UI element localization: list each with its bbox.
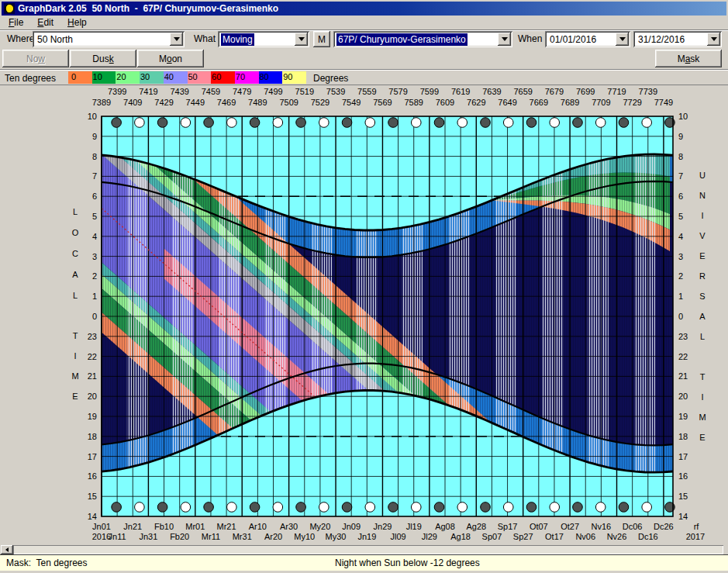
- new-moon-icon: [388, 502, 399, 513]
- svg-text:7469: 7469: [217, 98, 236, 107]
- svg-text:Mr21: Mr21: [217, 522, 236, 531]
- svg-text:7609: 7609: [436, 98, 454, 107]
- svg-text:R: R: [699, 271, 706, 281]
- menu-help[interactable]: Help: [60, 16, 94, 29]
- moon-button[interactable]: Moon: [137, 50, 204, 67]
- horizontal-scrollbar[interactable]: [0, 545, 728, 554]
- object-dropdown-button[interactable]: [498, 33, 511, 46]
- svg-text:14: 14: [678, 512, 688, 521]
- svg-text:M: M: [699, 412, 706, 422]
- svg-text:7719: 7719: [607, 87, 626, 96]
- svg-text:Jn21: Jn21: [123, 522, 142, 531]
- when-label: When: [518, 33, 542, 44]
- menu-file[interactable]: File: [2, 16, 30, 29]
- where-dropdown-button[interactable]: [170, 33, 183, 46]
- full-moon-icon: [273, 502, 283, 513]
- full-moon-icon: [457, 118, 468, 128]
- svg-text:My20: My20: [309, 522, 330, 531]
- degrees-color-scale: 0102030405060708090: [68, 71, 306, 84]
- new-moon-icon: [250, 118, 260, 128]
- what-value: Moving: [221, 33, 254, 46]
- m-button[interactable]: M: [313, 31, 330, 47]
- menu-bar: File Edit Help: [2, 16, 726, 29]
- legend-tick: 60: [212, 72, 221, 81]
- title-bar[interactable]: GraphDark 2.05 50 North - 67P/ Churyumov…: [2, 2, 726, 16]
- legend-tick: 40: [164, 72, 174, 81]
- svg-text:7659: 7659: [513, 87, 532, 96]
- svg-text:7579: 7579: [388, 87, 407, 96]
- mask-button[interactable]: Mask: [655, 50, 722, 67]
- svg-text:Ar10: Ar10: [249, 522, 267, 531]
- where-combobox[interactable]: 50 North: [33, 31, 185, 47]
- date-to-combobox[interactable]: 31/12/2016: [633, 31, 722, 47]
- svg-text:2: 2: [92, 271, 97, 281]
- svg-text:5: 5: [92, 212, 97, 221]
- svg-text:22: 22: [678, 352, 688, 361]
- full-moon-icon: [273, 118, 283, 128]
- svg-text:6: 6: [678, 192, 683, 201]
- now-button[interactable]: Now: [2, 50, 69, 67]
- svg-text:7539: 7539: [326, 87, 345, 96]
- full-moon-icon: [135, 118, 145, 128]
- dusk-button[interactable]: Dusk: [70, 50, 136, 67]
- menu-edit[interactable]: Edit: [30, 16, 60, 29]
- object-value: 67P/ Churyumov-Gerasimenko: [336, 33, 468, 46]
- date-to-dropdown-button[interactable]: [707, 33, 720, 46]
- svg-text:I: I: [701, 392, 703, 402]
- new-moon-icon: [112, 118, 122, 128]
- svg-text:V: V: [699, 231, 706, 240]
- full-moon-icon: [503, 502, 513, 513]
- svg-text:7529: 7529: [311, 98, 329, 107]
- svg-text:Sp07: Sp07: [482, 532, 502, 541]
- svg-text:Ar20: Ar20: [264, 532, 282, 541]
- what-combobox[interactable]: Moving: [218, 31, 309, 47]
- svg-text:19: 19: [678, 412, 688, 421]
- svg-text:7589: 7589: [404, 98, 423, 107]
- svg-text:Jn11: Jn11: [109, 532, 126, 541]
- legend-tick: 70: [236, 72, 245, 81]
- legend-tick: 80: [259, 72, 268, 81]
- date-from-combobox[interactable]: 01/01/2016: [545, 31, 630, 47]
- svg-text:5: 5: [678, 212, 683, 221]
- svg-text:7419: 7419: [139, 87, 157, 96]
- svg-text:L: L: [73, 207, 78, 216]
- what-dropdown-button[interactable]: [295, 33, 308, 46]
- svg-text:7729: 7729: [623, 98, 641, 107]
- full-moon-icon: [411, 118, 421, 128]
- svg-text:L: L: [73, 291, 78, 300]
- full-moon-icon: [181, 118, 191, 128]
- full-moon-icon: [550, 502, 560, 513]
- status-night-text: Night when Sun below -12 degrees: [335, 557, 480, 568]
- date-from-dropdown-button[interactable]: [616, 33, 629, 46]
- new-moon-icon: [526, 118, 537, 128]
- object-combobox[interactable]: 67P/ Churyumov-Gerasimenko: [333, 31, 512, 47]
- svg-text:21: 21: [678, 371, 688, 381]
- svg-text:Nv16: Nv16: [592, 522, 612, 531]
- new-moon-icon: [112, 502, 122, 513]
- new-moon-icon: [250, 502, 260, 513]
- svg-text:7639: 7639: [482, 87, 501, 96]
- svg-text:Sp27: Sp27: [513, 532, 533, 541]
- svg-text:20: 20: [678, 392, 688, 401]
- full-moon-icon: [411, 502, 421, 513]
- scroll-left-button[interactable]: [1, 545, 13, 554]
- new-moon-icon: [434, 118, 444, 128]
- svg-text:7649: 7649: [498, 98, 516, 107]
- svg-text:7599: 7599: [420, 87, 439, 96]
- svg-text:Mr01: Mr01: [185, 522, 205, 531]
- svg-text:16: 16: [678, 471, 688, 481]
- full-moon-icon: [227, 118, 237, 128]
- new-moon-icon: [481, 502, 491, 513]
- svg-text:N: N: [699, 191, 706, 200]
- window-title: GraphDark 2.05 50 North - 67P/ Churyumov…: [18, 3, 278, 14]
- svg-text:I: I: [74, 351, 76, 361]
- svg-text:3: 3: [678, 252, 683, 261]
- scrollbar-track[interactable]: [13, 545, 723, 554]
- svg-text:7: 7: [678, 171, 683, 181]
- svg-text:9: 9: [92, 132, 97, 141]
- svg-text:Nv06: Nv06: [575, 532, 595, 541]
- svg-text:Jn31: Jn31: [139, 532, 157, 541]
- svg-text:8: 8: [678, 152, 683, 161]
- what-label: What: [194, 33, 216, 44]
- where-value: 50 North: [36, 33, 74, 46]
